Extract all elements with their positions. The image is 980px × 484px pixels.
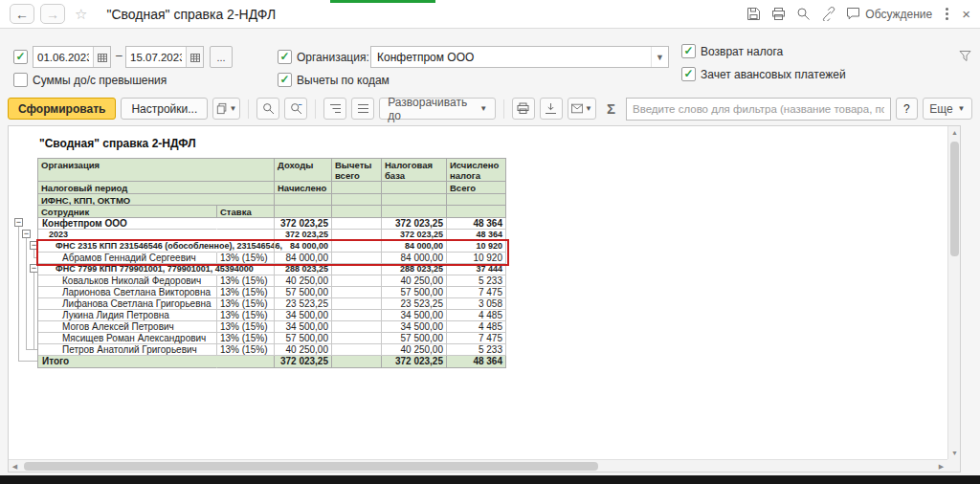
table-row[interactable]: Лукина Лидия Петровна 13% (15%) 34 500,0… (38, 310, 506, 321)
expand-to-label: Разворачивать до (388, 96, 475, 122)
favorite-star-icon[interactable]: ☆ (75, 6, 87, 23)
row-deductions (332, 333, 382, 344)
col-total[interactable]: Всего (447, 182, 506, 194)
horizontal-scrollbar[interactable]: ◀ ▶ (9, 459, 947, 472)
col-income[interactable]: Доходы (275, 159, 332, 182)
send-email-button[interactable]: ▼ (568, 98, 596, 120)
discussion-button[interactable]: Обсуждение (846, 7, 932, 21)
row-tax-base: 84 000,00 (382, 253, 447, 264)
print-toolbar-icon[interactable] (512, 98, 535, 120)
col-ifns[interactable]: ИФНС, КПП, ОКТМО (38, 194, 275, 206)
app-window: ← → ☆ "Сводная" справка 2-НДФЛ Обсуждени… (0, 0, 980, 484)
table-row[interactable]: Могов Алексей Петрович 13% (15%) 34 500,… (38, 321, 506, 333)
table-row[interactable]: Мясищев Роман Александрович 13% (15%) 57… (38, 333, 506, 344)
tax-refund-label[interactable]: Возврат налога (701, 45, 783, 58)
search-next-icon[interactable] (284, 98, 307, 120)
back-button[interactable]: ← (10, 4, 34, 24)
table-row[interactable]: Абрамов Геннадий Сергеевич 13% (15%) 84 … (38, 253, 506, 264)
row-rate (217, 356, 275, 368)
group-bracket-tick (18, 361, 37, 362)
advance-offset-label[interactable]: Зачет авансовых платежей (701, 68, 846, 81)
col-organization[interactable]: Организация (38, 159, 275, 182)
date-to-input[interactable] (126, 47, 186, 67)
row-income: 40 250,00 (275, 275, 332, 287)
table-row[interactable]: Лифанова Светлана Григорьевна 13% (15%) … (38, 298, 506, 310)
expand-groups-icon[interactable] (351, 98, 374, 120)
print-icon[interactable] (771, 7, 786, 21)
org-label: Организация: (297, 51, 369, 64)
report-table: Организация Доходы Вычеты всего Налогова… (37, 158, 506, 368)
org-checkbox[interactable]: ✓ (278, 50, 292, 64)
filter-funnel-icon[interactable] (959, 50, 971, 62)
table-row[interactable]: Ковальков Николай Федорович 13% (15%) 40… (38, 275, 506, 287)
vertical-scrollbar-thumb[interactable] (950, 142, 959, 256)
sum-sigma-button[interactable]: Σ (601, 100, 621, 117)
sums-over-limit-checkbox[interactable]: ✓ (13, 73, 28, 87)
row-name: Абрамов Геннадий Сергеевич (38, 253, 217, 264)
col-tax-period[interactable]: Налоговый период (38, 182, 275, 194)
top-green-strip (330, 0, 435, 3)
row-tax: 3 058 (447, 298, 506, 310)
row-name: Конфетпром ООО (38, 218, 217, 230)
chevron-down-icon[interactable]: ▼ (651, 47, 668, 67)
collapse-group-toggle[interactable]: − (22, 230, 31, 238)
scroll-left-arrow[interactable]: ◀ (9, 460, 21, 473)
table-row[interactable]: Конфетпром ООО 372 023,25 372 023,25 48 … (38, 218, 506, 230)
col-employee[interactable]: Сотрудник (38, 206, 217, 218)
sums-over-limit-label[interactable]: Суммы до/с превышения (33, 74, 167, 87)
col-deductions[interactable]: Вычеты всего (332, 159, 382, 182)
help-button[interactable]: ? (896, 98, 918, 120)
settings-button[interactable]: Настройки... (121, 98, 208, 120)
close-icon[interactable]: × (962, 6, 970, 22)
calendar-icon[interactable] (93, 47, 110, 67)
col-rate[interactable]: Ставка (217, 206, 275, 218)
expand-to-button[interactable]: Разворачивать до ▼ (379, 98, 496, 120)
quick-filter-input[interactable] (626, 98, 891, 121)
row-rate: 13% (15%) (217, 333, 275, 344)
more-button[interactable]: Еще ▼ (923, 98, 972, 120)
save-file-icon[interactable] (540, 98, 563, 120)
generate-button[interactable]: Сформировать (8, 98, 116, 120)
row-tax: 48 364 (447, 356, 506, 368)
row-name: Лифанова Светлана Григорьевна (38, 298, 217, 310)
col-tax[interactable]: Исчислено налога (447, 159, 506, 182)
scroll-up-arrow[interactable]: ▲ (948, 126, 961, 139)
table-row[interactable]: ФНС 2315 КПП 231546546 (обособленное), 2… (38, 241, 506, 253)
tax-refund-checkbox[interactable]: ✓ (681, 44, 696, 58)
search-icon[interactable] (256, 98, 279, 120)
org-combobox[interactable]: Конфетпром ООО ▼ (370, 46, 669, 68)
period-more-button[interactable]: ... (210, 46, 233, 68)
horizontal-scrollbar-thumb[interactable] (24, 462, 598, 471)
table-row[interactable]: Итого 372 023,25 372 023,25 48 364 (38, 356, 506, 368)
scroll-right-arrow[interactable]: ▶ (935, 460, 947, 473)
deductions-by-code-checkbox[interactable]: ✓ (278, 73, 292, 87)
deductions-by-code-label[interactable]: Вычеты по кодам (297, 74, 390, 87)
table-row[interactable]: Петров Анатолий Григорьевич 13% (15%) 40… (38, 344, 506, 356)
table-row[interactable]: ФНС 7799 КПП 779901001, 779901001, 45394… (38, 264, 506, 275)
vertical-scrollbar[interactable]: ▲ ▼ (947, 126, 960, 459)
report-variants-button[interactable]: ▼ (212, 98, 240, 120)
report-title: "Сводная" справка 2-НДФЛ (39, 137, 196, 150)
preview-icon[interactable] (796, 7, 811, 21)
calendar-icon[interactable] (186, 47, 203, 67)
col-accrued[interactable]: Начислено (275, 182, 332, 194)
row-name: Ларионова Светлана Викторовна (38, 287, 217, 298)
forward-button[interactable]: → (40, 4, 65, 24)
collapse-group-toggle[interactable]: − (14, 218, 23, 227)
period-checkbox[interactable]: ✓ (13, 50, 28, 64)
collapse-groups-icon[interactable] (323, 98, 346, 120)
more-vertical-icon[interactable] (943, 8, 951, 20)
row-deductions (332, 356, 382, 368)
date-from-input[interactable] (33, 47, 93, 67)
row-tax: 10 920 (447, 241, 506, 253)
row-tax: 7 475 (447, 287, 506, 298)
col-tax-base[interactable]: Налоговая база (382, 159, 447, 182)
advance-offset-checkbox[interactable]: ✓ (681, 67, 696, 81)
save-icon[interactable] (746, 7, 761, 21)
row-tax: 7 475 (447, 333, 506, 344)
scroll-down-arrow[interactable]: ▼ (948, 447, 961, 459)
link-icon[interactable] (821, 7, 835, 21)
table-row[interactable]: 2023 372 023,25 372 023,25 48 364 (38, 230, 506, 241)
row-name: Могов Алексей Петрович (38, 321, 217, 333)
table-row[interactable]: Ларионова Светлана Викторовна 13% (15%) … (38, 287, 506, 298)
